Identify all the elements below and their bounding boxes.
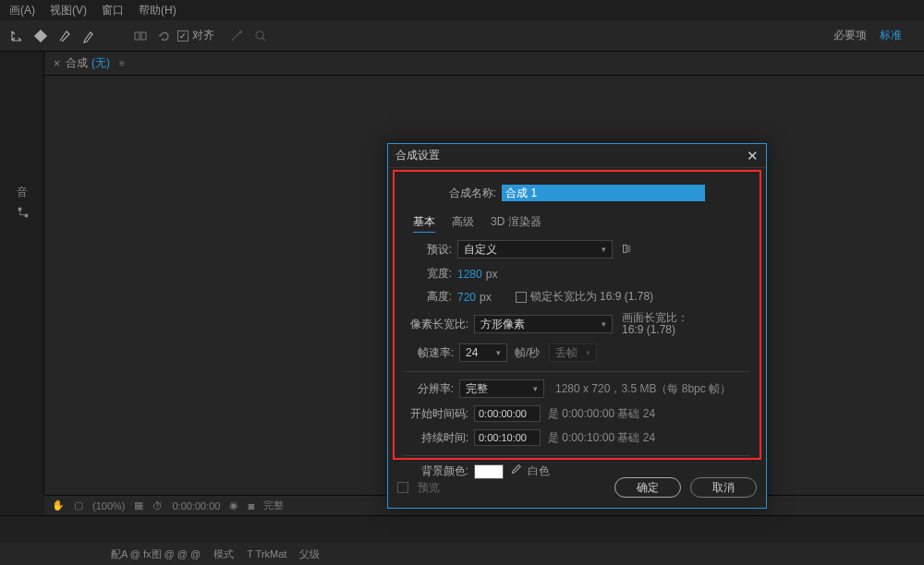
timeline-columns: 配A @ fx图 @ @ @ 模式 T TrkMat 父级 bbox=[0, 543, 924, 565]
start-tc-label: 开始时间码: bbox=[404, 406, 474, 422]
px-suffix2: px bbox=[480, 291, 492, 304]
svg-rect-5 bbox=[25, 214, 29, 218]
menu-view[interactable]: 视图(V) bbox=[43, 3, 94, 18]
menubar: 画(A) 视图(V) 窗口 帮助(H) bbox=[0, 0, 924, 20]
toolbar: ✓ 对齐 必要项 标准 bbox=[0, 20, 924, 52]
snap-label: 对齐 bbox=[192, 28, 214, 43]
svg-rect-4 bbox=[18, 208, 22, 211]
zoom-percent[interactable]: (100%) bbox=[92, 500, 125, 511]
trkmat-header: T TrkMat bbox=[247, 548, 286, 559]
preset-label: 预设: bbox=[404, 242, 457, 258]
panel-tab-label: 合成 bbox=[66, 55, 88, 71]
drop-select: 丢帧▾ bbox=[549, 343, 597, 362]
box-icon[interactable]: ▢ bbox=[74, 499, 83, 511]
axis-tool-icon[interactable] bbox=[6, 25, 28, 47]
start-tc-input[interactable] bbox=[474, 405, 541, 422]
close-icon[interactable]: ✕ bbox=[747, 148, 759, 164]
search-tool-icon[interactable] bbox=[249, 25, 272, 47]
panel-menu-icon[interactable]: ≡ bbox=[119, 58, 125, 68]
menu-animation[interactable]: 画(A) bbox=[2, 3, 43, 18]
pen-tool-icon[interactable] bbox=[54, 25, 76, 47]
trash-preset-icon[interactable] bbox=[620, 242, 633, 258]
res-info: 1280 x 720，3.5 MB（每 8bpc 帧） bbox=[555, 381, 731, 397]
dialog-titlebar[interactable]: 合成设置 ✕ bbox=[388, 144, 766, 168]
tree-icon[interactable] bbox=[17, 206, 30, 219]
svg-rect-1 bbox=[135, 32, 140, 40]
layout-tool-icon[interactable] bbox=[129, 25, 152, 47]
svg-rect-2 bbox=[141, 32, 146, 40]
tab-basic[interactable]: 基本 bbox=[413, 214, 435, 233]
timeline-header bbox=[0, 515, 924, 543]
mode-header: 模式 bbox=[213, 547, 234, 561]
par-label: 像素长宽比: bbox=[404, 317, 474, 332]
composition-settings-dialog: 合成设置 ✕ 合成名称: 基本 高级 3D 渲染器 预设: 自定义▾ bbox=[387, 143, 767, 509]
px-suffix: px bbox=[486, 268, 498, 281]
width-value[interactable]: 1280 bbox=[457, 268, 482, 281]
grid-icon[interactable]: ▦ bbox=[134, 499, 143, 511]
svg-rect-6 bbox=[624, 245, 627, 252]
tab-renderer[interactable]: 3D 渲染器 bbox=[491, 214, 541, 233]
menu-window[interactable]: 窗口 bbox=[94, 3, 131, 18]
parent-header: 父级 bbox=[299, 547, 320, 561]
tab-advanced[interactable]: 高级 bbox=[452, 214, 474, 233]
wand-tool-icon[interactable] bbox=[225, 25, 248, 47]
camera-icon[interactable]: ◉ bbox=[229, 499, 238, 511]
height-label: 高度: bbox=[404, 289, 457, 305]
par-select[interactable]: 方形像素▾ bbox=[474, 315, 613, 333]
check-icon: ✓ bbox=[177, 30, 188, 42]
comp-name-input[interactable] bbox=[502, 185, 705, 201]
res-label: 分辨率: bbox=[404, 381, 459, 397]
timer-icon[interactable]: ⏱ bbox=[152, 500, 163, 511]
frame-aspect-value: 16:9 (1.78) bbox=[622, 323, 675, 336]
svg-rect-0 bbox=[34, 29, 47, 42]
panel-tab-bar: × 合成 (无) ≡ bbox=[44, 52, 924, 76]
preset-select[interactable]: 自定义▾ bbox=[457, 240, 613, 258]
menu-help[interactable]: 帮助(H) bbox=[131, 3, 184, 18]
left-panel: 音 bbox=[0, 52, 44, 495]
hand-icon[interactable]: ✋ bbox=[52, 499, 65, 511]
comp-name-label: 合成名称: bbox=[449, 186, 502, 201]
duration-label: 持续时间: bbox=[404, 430, 474, 446]
duration-info: 是 0:00:10:00 基础 24 bbox=[548, 430, 655, 446]
width-label: 宽度: bbox=[404, 266, 457, 282]
fps-label: 帧速率: bbox=[404, 345, 459, 361]
res-select[interactable]: 完整▾ bbox=[459, 379, 544, 398]
fps-select[interactable]: 24▾ bbox=[459, 343, 507, 362]
brush-tool-icon[interactable] bbox=[78, 25, 100, 47]
duration-input[interactable] bbox=[474, 429, 541, 446]
highlight-box: 合成名称: 基本 高级 3D 渲染器 预设: 自定义▾ 宽度: 1280 px bbox=[393, 170, 761, 460]
fps-unit: 帧/秒 bbox=[515, 345, 540, 361]
panel-comp-link[interactable]: (无) bbox=[91, 55, 110, 71]
frame-aspect-label: 画面长宽比： bbox=[622, 311, 688, 324]
timecode-readout[interactable]: 0:00:00:00 bbox=[172, 500, 220, 511]
dialog-tabs: 基本 高级 3D 渲染器 bbox=[413, 214, 750, 233]
switches-header: 配A @ fx图 @ @ @ bbox=[111, 547, 201, 561]
dialog-footer: 预览 确定 取消 bbox=[388, 467, 766, 508]
preview-checkbox[interactable]: 预览 bbox=[397, 480, 440, 496]
cancel-button[interactable]: 取消 bbox=[690, 477, 757, 498]
svg-rect-7 bbox=[627, 245, 631, 252]
shape-tool-icon[interactable] bbox=[30, 25, 52, 47]
lock-aspect-checkbox[interactable]: 锁定长宽比为 16:9 (1.78) bbox=[516, 289, 653, 305]
dialog-title: 合成设置 bbox=[395, 148, 440, 163]
snap-checkbox[interactable]: ✓ 对齐 bbox=[177, 28, 214, 43]
close-tab-icon[interactable]: × bbox=[54, 57, 60, 70]
workspace-essential[interactable]: 必要项 bbox=[833, 28, 867, 43]
svg-point-3 bbox=[256, 31, 263, 39]
rotate-tool-icon[interactable] bbox=[153, 25, 176, 47]
ok-button[interactable]: 确定 bbox=[614, 477, 681, 498]
snapshot-icon[interactable]: ◙ bbox=[248, 500, 254, 511]
workspace-standard[interactable]: 标准 bbox=[880, 28, 902, 43]
height-value[interactable]: 720 bbox=[457, 291, 476, 304]
start-tc-info: 是 0:00:00:00 基础 24 bbox=[548, 406, 655, 422]
